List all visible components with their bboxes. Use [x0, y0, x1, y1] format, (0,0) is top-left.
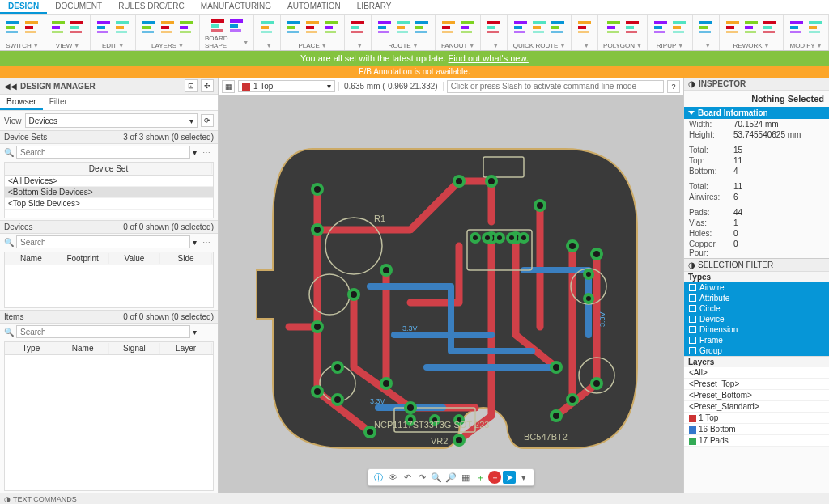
ribbon-icon[interactable]	[653, 19, 669, 35]
ribbon-icon[interactable]	[5, 19, 21, 35]
ribbon-icon[interactable]	[440, 19, 457, 35]
more-icon[interactable]: ⋯	[199, 238, 214, 247]
grid-toggle-icon[interactable]: ▦	[459, 471, 472, 484]
items-list[interactable]: Type Name Signal Layer	[4, 341, 214, 491]
device-sets-search-input[interactable]	[16, 146, 190, 159]
ribbon-icon[interactable]	[376, 19, 393, 35]
svg-rect-9	[70, 21, 83, 24]
text-commands-bar[interactable]: ◑ TEXT COMMANDS	[0, 493, 829, 504]
filter-type-circle[interactable]: Circle	[684, 303, 829, 314]
pcb-canvas[interactable]: R1 NCP1117ST33T3G SOT-223 VR2 BC547BT2 3…	[219, 95, 683, 493]
clear-icon[interactable]: ▾	[193, 328, 197, 337]
ribbon-icon[interactable]	[141, 19, 157, 35]
list-item[interactable]: <Top Side Devices>	[5, 198, 213, 210]
active-layer-select[interactable]: 1 Top▾	[238, 80, 335, 92]
ribbon-icon[interactable]	[228, 17, 244, 33]
filter-layer[interactable]: 16 Bottom	[684, 424, 829, 435]
devices-search-input[interactable]	[16, 235, 190, 248]
ribbon-icon[interactable]	[807, 19, 823, 35]
svg-rect-66	[514, 21, 527, 24]
clear-icon[interactable]: ▾	[193, 148, 197, 157]
more-icon[interactable]: ⋯	[199, 328, 214, 337]
collapse-icon[interactable]: ◀◀	[4, 82, 17, 91]
more-icon[interactable]: ⋯	[199, 148, 214, 157]
ribbon-tab-rules-drc-erc[interactable]: RULES DRC/ERC	[110, 0, 193, 14]
update-banner-link[interactable]: Find out what's new.	[449, 53, 529, 63]
remove-icon[interactable]: －	[488, 471, 501, 484]
ribbon-icon[interactable]	[512, 19, 529, 35]
ribbon-icon[interactable]	[459, 19, 475, 35]
add-icon[interactable]: ＋	[474, 471, 487, 484]
ribbon-icon[interactable]	[725, 19, 741, 35]
list-item[interactable]: <Bottom Side Devices>	[5, 187, 213, 198]
command-line-input[interactable]	[447, 80, 664, 93]
filter-layer[interactable]: 1 Top	[684, 413, 829, 424]
ribbon-icon[interactable]	[210, 17, 226, 33]
tab-browser[interactable]: Browser	[0, 95, 43, 110]
ribbon-icon[interactable]	[69, 19, 85, 35]
ribbon-icon[interactable]	[350, 19, 366, 35]
ribbon-icon[interactable]	[743, 19, 759, 35]
filter-layer[interactable]: 17 Pads	[684, 435, 829, 447]
ribbon-icon[interactable]	[23, 19, 40, 35]
ribbon-tab-document[interactable]: DOCUMENT	[47, 0, 110, 14]
view-select[interactable]: Devices▾	[25, 113, 198, 128]
ribbon-tab-library[interactable]: LIBRARY	[349, 0, 400, 14]
ribbon-tab-manufacturing[interactable]: MANUFACTURING	[193, 0, 279, 14]
ribbon-icon[interactable]	[606, 19, 622, 35]
ribbon-icon[interactable]	[550, 19, 566, 35]
ribbon-icon[interactable]	[486, 19, 502, 35]
ribbon-icon[interactable]	[671, 19, 687, 35]
layer-preset[interactable]: <Preset_Standard>	[684, 401, 829, 413]
filter-type-frame[interactable]: Frame	[684, 335, 829, 345]
filter-type-attribute[interactable]: Attribute	[684, 293, 829, 303]
device-sets-list[interactable]: Device Set <All Devices> <Bottom Side De…	[4, 162, 214, 218]
ribbon-icon[interactable]	[114, 19, 130, 35]
ribbon-tab-automation[interactable]: AUTOMATION	[279, 0, 349, 14]
eye-icon[interactable]: 👁	[386, 471, 399, 484]
info-icon[interactable]: ⓘ	[372, 471, 385, 484]
ribbon-icon[interactable]	[395, 19, 411, 35]
ribbon-icon[interactable]	[323, 19, 339, 35]
ribbon-icon[interactable]	[286, 19, 302, 35]
ribbon-icon[interactable]	[531, 19, 547, 35]
tab-filter[interactable]: Filter	[43, 95, 74, 110]
ribbon-icon[interactable]	[50, 19, 66, 35]
cursor-icon[interactable]: ➤	[503, 471, 516, 484]
ribbon-icon[interactable]	[178, 19, 194, 35]
layer-preset[interactable]: <Preset_Top>	[684, 379, 829, 390]
ribbon-icon[interactable]	[159, 19, 176, 35]
layer-preset[interactable]: <Preset_Bottom>	[684, 390, 829, 401]
ribbon-icon[interactable]	[698, 19, 714, 35]
svg-rect-62	[461, 31, 472, 33]
zoom-fit-icon[interactable]: ⊡	[185, 79, 198, 92]
filter-type-device[interactable]: Device	[684, 314, 829, 324]
ribbon-icon[interactable]	[304, 19, 321, 35]
ribbon-icon[interactable]	[414, 19, 430, 35]
filter-type-group[interactable]: Group	[684, 345, 829, 356]
ribbon-icon[interactable]	[624, 19, 640, 35]
filter-type-dimension[interactable]: Dimension	[684, 324, 829, 335]
layer-preset[interactable]: <All>	[684, 367, 829, 379]
ribbon-icon[interactable]	[96, 19, 112, 35]
highlight-icon[interactable]: ✢	[201, 79, 214, 92]
redo-icon[interactable]: ↷	[415, 471, 428, 484]
devices-list[interactable]: Name Footprint Value Side	[4, 252, 214, 308]
zoom-in-icon[interactable]: 🔍	[430, 471, 443, 484]
ribbon-icon[interactable]	[789, 19, 805, 35]
ribbon-icon[interactable]	[576, 19, 593, 35]
clear-icon[interactable]: ▾	[193, 238, 197, 247]
ribbon-icon[interactable]	[259, 19, 275, 35]
zoom-out-icon[interactable]: 🔎	[444, 471, 457, 484]
ribbon-tab-design[interactable]: DESIGN	[0, 0, 47, 14]
undo-icon[interactable]: ↶	[401, 471, 414, 484]
refresh-icon[interactable]: ⟳	[201, 114, 214, 127]
dropdown-icon[interactable]: ▾	[517, 471, 530, 484]
help-icon[interactable]: ?	[667, 80, 680, 93]
grid-icon[interactable]: ▦	[222, 80, 235, 93]
ribbon-icon[interactable]	[762, 19, 778, 35]
board-info-section[interactable]: Board Information	[684, 107, 829, 119]
filter-type-airwire[interactable]: Airwire	[684, 282, 829, 293]
list-item[interactable]: <All Devices>	[5, 176, 213, 187]
items-search-input[interactable]	[16, 325, 190, 338]
